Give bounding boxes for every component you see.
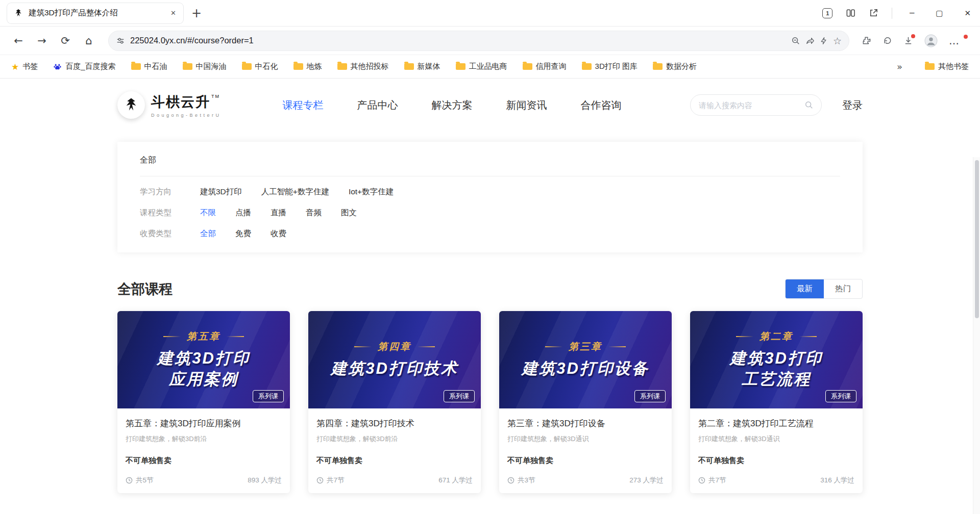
- nav-item-courses[interactable]: 课程专栏: [283, 98, 324, 112]
- tab-counter-icon[interactable]: 1: [822, 8, 832, 18]
- share-window-icon[interactable]: [869, 8, 878, 18]
- bookmark-folder-7[interactable]: 信用查询: [523, 62, 567, 71]
- sort-hot-button[interactable]: 热门: [824, 279, 862, 298]
- clock-icon: [316, 477, 324, 484]
- bookmark-folder-2[interactable]: 中石化: [242, 62, 278, 71]
- menu-badge: [964, 35, 968, 39]
- search-box[interactable]: [690, 94, 822, 116]
- nav-item-solutions[interactable]: 解决方案: [432, 98, 473, 112]
- course-footer: 共5节 893 人学过: [126, 476, 282, 485]
- reload-button[interactable]: ⟳: [56, 32, 75, 50]
- filter-option[interactable]: 全部: [200, 228, 216, 239]
- tab-close-icon[interactable]: ✕: [168, 8, 178, 18]
- course-body: 第二章：建筑3D打印工艺流程 打印建筑想象，解锁3D通识 不可单独售卖 共7节 …: [690, 408, 863, 493]
- series-badge: 系列课: [634, 390, 666, 402]
- bookmark-label: 地炼: [307, 62, 322, 71]
- history-icon[interactable]: [883, 36, 892, 45]
- nav-item-products[interactable]: 产品中心: [357, 98, 398, 112]
- logo-tm: TM: [211, 94, 220, 99]
- bookmark-folder-3[interactable]: 地炼: [293, 62, 322, 71]
- section-title: 全部课程: [117, 280, 173, 298]
- bookmark-folder-5[interactable]: 新媒体: [404, 62, 440, 71]
- bookmark-folder-4[interactable]: 其他招投标: [337, 62, 389, 71]
- cover-title: 建筑3D打印技术: [331, 358, 458, 379]
- filter-option[interactable]: Iot+数字住建: [349, 187, 394, 197]
- clock-icon: [126, 477, 133, 484]
- course-card-2[interactable]: 第四章 建筑3D打印技术 系列课 第四章：建筑3D打印技术 打印建筑想象，解锁3…: [308, 311, 481, 493]
- course-cover: 第三章 建筑3D打印设备 系列课: [499, 311, 672, 408]
- search-input[interactable]: [699, 101, 800, 110]
- site-logo[interactable]: 斗栱云升TM Dougong-BetterU: [117, 91, 222, 119]
- lightning-icon[interactable]: [820, 37, 828, 45]
- nav-item-cooperation[interactable]: 合作咨询: [581, 98, 622, 112]
- course-subtitle: 打印建筑想象，解锁3D通识: [507, 434, 664, 444]
- course-body: 第三章：建筑3D打印设备 打印建筑想象，解锁3D通识 不可单独售卖 共3节 27…: [499, 408, 672, 493]
- zoom-out-icon[interactable]: [791, 36, 800, 45]
- browser-tab[interactable]: 建筑3D打印产品整体介绍 ✕: [7, 3, 183, 23]
- divider: [140, 176, 840, 176]
- bookmark-label: 百度_百度搜索: [65, 62, 115, 71]
- site-permissions-icon[interactable]: [116, 36, 125, 45]
- bookmark-item-shuqian[interactable]: ★ 书签: [11, 62, 38, 72]
- course-body: 第五章：建筑3D打印应用案例 打印建筑想象，解锁3D前沿 不可单独售卖 共5节 …: [117, 408, 290, 493]
- page-scrollbar[interactable]: [973, 157, 980, 514]
- lesson-count: 共7节: [327, 476, 345, 485]
- login-button[interactable]: 登录: [842, 98, 863, 112]
- filter-option[interactable]: 免费: [235, 228, 251, 239]
- browser-toolbar: ← → ⟳ ⌂ 225024.0yx.cn/#/course?order=1 ☆: [0, 27, 980, 55]
- course-cover: 第五章 建筑3D打印应用案例 系列课: [117, 311, 290, 408]
- download-icon[interactable]: [903, 36, 913, 45]
- bookmark-folder-0[interactable]: 中石油: [131, 62, 167, 71]
- filter-option[interactable]: 人工智能+数字住建: [261, 187, 329, 197]
- sort-latest-button[interactable]: 最新: [786, 279, 824, 298]
- forward-button[interactable]: →: [33, 32, 51, 50]
- maximize-button[interactable]: ▢: [932, 9, 947, 18]
- bookmarks-overflow-icon[interactable]: »: [897, 61, 902, 72]
- workspaces-icon[interactable]: [846, 8, 855, 18]
- new-tab-button[interactable]: +: [191, 7, 202, 19]
- bookmark-label: 其他招投标: [351, 62, 389, 71]
- bookmark-folder-8[interactable]: 3D打印 图库: [582, 62, 638, 71]
- home-button[interactable]: ⌂: [80, 32, 98, 50]
- bookmark-folder-1[interactable]: 中国海油: [183, 62, 227, 71]
- minimize-button[interactable]: ─: [905, 9, 918, 18]
- scrollbar-thumb[interactable]: [975, 160, 979, 318]
- bookmark-folder-9[interactable]: 数据分析: [653, 62, 697, 71]
- course-card-4[interactable]: 第二章 建筑3D打印工艺流程 系列课 第二章：建筑3D打印工艺流程 打印建筑想象…: [690, 311, 863, 493]
- favorite-star-icon[interactable]: ☆: [833, 35, 842, 46]
- course-card-1[interactable]: 第五章 建筑3D打印应用案例 系列课 第五章：建筑3D打印应用案例 打印建筑想象…: [117, 311, 290, 493]
- extensions-icon[interactable]: [862, 36, 871, 45]
- folder-icon: [653, 63, 663, 70]
- filter-row-type: 课程类型 不限 点播 直播 音频 图文: [140, 208, 840, 218]
- course-price-note: 不可单独售卖: [126, 456, 282, 466]
- search-icon: [804, 100, 814, 110]
- filter-option[interactable]: 直播: [271, 208, 286, 218]
- profile-avatar[interactable]: [924, 34, 938, 47]
- address-bar[interactable]: 225024.0yx.cn/#/course?order=1 ☆: [108, 31, 849, 51]
- lesson-count: 共7节: [708, 476, 726, 485]
- back-button[interactable]: ←: [9, 32, 28, 50]
- filter-option[interactable]: 建筑3D打印: [200, 187, 242, 197]
- close-button[interactable]: ✕: [960, 9, 975, 18]
- filter-option[interactable]: 收费: [271, 228, 286, 239]
- bookmark-item-baidu[interactable]: 百度_百度搜索: [53, 62, 115, 71]
- course-card-3[interactable]: 第三章 建筑3D打印设备 系列课 第三章：建筑3D打印设备 打印建筑想象，解锁3…: [499, 311, 672, 493]
- more-menu-icon[interactable]: …: [949, 35, 960, 47]
- course-price-note: 不可单独售卖: [698, 456, 854, 466]
- filter-option[interactable]: 图文: [341, 208, 357, 218]
- filter-option[interactable]: 不限: [200, 208, 216, 218]
- share-icon[interactable]: [805, 36, 815, 45]
- bookmark-label: 工业品电商: [469, 62, 507, 71]
- site-header: 斗栱云升TM Dougong-BetterU 课程专栏 产品中心 解决方案 新闻…: [117, 79, 863, 132]
- course-cover: 第四章 建筑3D打印技术 系列课: [308, 311, 481, 408]
- other-bookmarks[interactable]: 其他书签: [925, 62, 969, 71]
- nav-item-news[interactable]: 新闻资讯: [506, 98, 547, 112]
- bookmark-folder-6[interactable]: 工业品电商: [456, 62, 507, 71]
- lesson-count: 共5节: [136, 476, 154, 485]
- filter-option[interactable]: 音频: [306, 208, 322, 218]
- bookmark-label: 其他书签: [938, 62, 969, 71]
- folder-icon: [293, 63, 303, 70]
- filter-all-tab[interactable]: 全部: [140, 155, 840, 166]
- star-icon: ★: [11, 62, 19, 72]
- filter-option[interactable]: 点播: [235, 208, 251, 218]
